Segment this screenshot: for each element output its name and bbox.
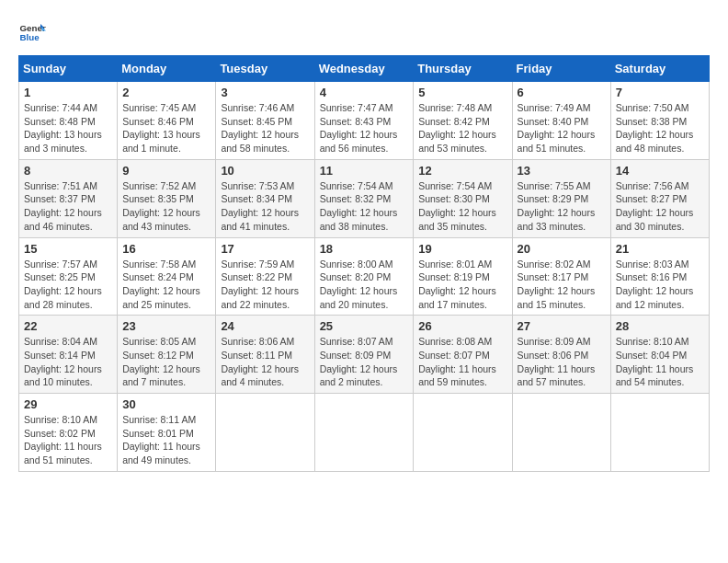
logo: General Blue — [18, 18, 46, 46]
calendar-cell: 25Sunrise: 8:07 AMSunset: 8:09 PMDayligh… — [314, 316, 414, 394]
calendar-week-row: 8Sunrise: 7:51 AMSunset: 8:37 PMDaylight… — [19, 159, 710, 237]
calendar-week-row: 22Sunrise: 8:04 AMSunset: 8:14 PMDayligh… — [19, 316, 710, 394]
day-number: 29 — [24, 397, 112, 411]
calendar-cell: 30Sunrise: 8:11 AMSunset: 8:01 PMDayligh… — [118, 394, 216, 472]
day-number: 8 — [24, 164, 112, 178]
day-number: 19 — [418, 242, 506, 256]
calendar-cell: 7Sunrise: 7:50 AMSunset: 8:38 PMDaylight… — [610, 82, 709, 160]
calendar-cell — [216, 394, 314, 472]
calendar-cell: 8Sunrise: 7:51 AMSunset: 8:37 PMDaylight… — [19, 159, 118, 237]
calendar-cell: 21Sunrise: 8:03 AMSunset: 8:16 PMDayligh… — [610, 237, 709, 316]
day-number: 12 — [418, 164, 506, 178]
calendar-cell: 29Sunrise: 8:10 AMSunset: 8:02 PMDayligh… — [19, 394, 118, 472]
day-info: Sunrise: 7:58 AMSunset: 8:24 PMDaylight:… — [122, 258, 210, 312]
day-info: Sunrise: 7:45 AMSunset: 8:46 PMDaylight:… — [122, 101, 210, 155]
header-thursday: Thursday — [414, 56, 512, 82]
day-info: Sunrise: 7:50 AMSunset: 8:38 PMDaylight:… — [616, 101, 704, 155]
day-number: 5 — [418, 86, 506, 99]
calendar-cell: 24Sunrise: 8:06 AMSunset: 8:11 PMDayligh… — [216, 316, 314, 394]
calendar-cell: 26Sunrise: 8:08 AMSunset: 8:07 PMDayligh… — [414, 316, 512, 394]
calendar-cell: 28Sunrise: 8:10 AMSunset: 8:04 PMDayligh… — [610, 316, 709, 394]
day-number: 10 — [221, 164, 309, 178]
day-info: Sunrise: 7:54 AMSunset: 8:32 PMDaylight:… — [320, 179, 409, 234]
day-info: Sunrise: 7:46 AMSunset: 8:45 PMDaylight:… — [221, 101, 309, 155]
header-tuesday: Tuesday — [216, 56, 314, 82]
day-info: Sunrise: 7:49 AMSunset: 8:40 PMDaylight:… — [518, 101, 606, 155]
day-info: Sunrise: 8:11 AMSunset: 8:01 PMDaylight:… — [122, 413, 210, 467]
calendar-cell: 12Sunrise: 7:54 AMSunset: 8:30 PMDayligh… — [414, 159, 512, 237]
calendar-cell: 6Sunrise: 7:49 AMSunset: 8:40 PMDaylight… — [512, 82, 610, 160]
svg-text:Blue: Blue — [20, 32, 40, 42]
day-number: 11 — [320, 164, 409, 178]
day-number: 13 — [518, 164, 606, 178]
calendar-header-row: SundayMondayTuesdayWednesdayThursdayFrid… — [19, 56, 710, 82]
header-monday: Monday — [118, 56, 216, 82]
calendar-cell: 11Sunrise: 7:54 AMSunset: 8:32 PMDayligh… — [314, 159, 414, 237]
day-number: 20 — [518, 242, 606, 256]
day-number: 14 — [616, 164, 704, 178]
day-number: 26 — [418, 319, 506, 333]
day-number: 2 — [122, 86, 210, 99]
calendar-cell: 2Sunrise: 7:45 AMSunset: 8:46 PMDaylight… — [118, 82, 216, 160]
calendar-cell: 20Sunrise: 8:02 AMSunset: 8:17 PMDayligh… — [512, 237, 610, 316]
calendar-cell: 10Sunrise: 7:53 AMSunset: 8:34 PMDayligh… — [216, 159, 314, 237]
calendar-cell: 19Sunrise: 8:01 AMSunset: 8:19 PMDayligh… — [414, 237, 512, 316]
day-info: Sunrise: 8:03 AMSunset: 8:16 PMDaylight:… — [616, 258, 704, 312]
calendar-cell: 27Sunrise: 8:09 AMSunset: 8:06 PMDayligh… — [512, 316, 610, 394]
page-header: General Blue — [18, 18, 710, 46]
calendar-cell: 17Sunrise: 7:59 AMSunset: 8:22 PMDayligh… — [216, 237, 314, 316]
calendar-table: SundayMondayTuesdayWednesdayThursdayFrid… — [18, 55, 710, 472]
header-wednesday: Wednesday — [314, 56, 414, 82]
day-number: 28 — [616, 319, 704, 333]
day-number: 18 — [320, 242, 409, 256]
day-info: Sunrise: 8:06 AMSunset: 8:11 PMDaylight:… — [221, 335, 309, 389]
day-info: Sunrise: 7:59 AMSunset: 8:22 PMDaylight:… — [221, 258, 309, 312]
calendar-week-row: 29Sunrise: 8:10 AMSunset: 8:02 PMDayligh… — [19, 394, 710, 472]
day-info: Sunrise: 8:02 AMSunset: 8:17 PMDaylight:… — [518, 258, 606, 312]
day-info: Sunrise: 8:10 AMSunset: 8:04 PMDaylight:… — [616, 335, 704, 389]
day-number: 9 — [122, 164, 210, 178]
calendar-cell: 5Sunrise: 7:48 AMSunset: 8:42 PMDaylight… — [414, 82, 512, 160]
calendar-cell: 9Sunrise: 7:52 AMSunset: 8:35 PMDaylight… — [118, 159, 216, 237]
calendar-week-row: 1Sunrise: 7:44 AMSunset: 8:48 PMDaylight… — [19, 82, 710, 160]
day-info: Sunrise: 7:51 AMSunset: 8:37 PMDaylight:… — [24, 179, 112, 234]
day-info: Sunrise: 7:47 AMSunset: 8:43 PMDaylight:… — [320, 101, 409, 155]
day-number: 21 — [616, 242, 704, 256]
day-info: Sunrise: 7:48 AMSunset: 8:42 PMDaylight:… — [418, 101, 506, 155]
day-info: Sunrise: 8:09 AMSunset: 8:06 PMDaylight:… — [518, 335, 606, 389]
day-info: Sunrise: 7:57 AMSunset: 8:25 PMDaylight:… — [24, 258, 112, 312]
calendar-cell — [610, 394, 709, 472]
day-number: 23 — [122, 319, 210, 333]
calendar-cell: 22Sunrise: 8:04 AMSunset: 8:14 PMDayligh… — [19, 316, 118, 394]
day-number: 16 — [122, 242, 210, 256]
day-info: Sunrise: 7:54 AMSunset: 8:30 PMDaylight:… — [418, 179, 506, 234]
calendar-cell — [512, 394, 610, 472]
calendar-cell: 3Sunrise: 7:46 AMSunset: 8:45 PMDaylight… — [216, 82, 314, 160]
calendar-cell: 4Sunrise: 7:47 AMSunset: 8:43 PMDaylight… — [314, 82, 414, 160]
day-number: 25 — [320, 319, 409, 333]
day-number: 27 — [518, 319, 606, 333]
logo-icon: General Blue — [18, 18, 46, 46]
day-number: 3 — [221, 86, 309, 99]
day-number: 6 — [518, 86, 606, 99]
day-number: 30 — [122, 397, 210, 411]
day-info: Sunrise: 7:56 AMSunset: 8:27 PMDaylight:… — [616, 179, 704, 234]
day-info: Sunrise: 8:05 AMSunset: 8:12 PMDaylight:… — [122, 335, 210, 389]
day-info: Sunrise: 8:01 AMSunset: 8:19 PMDaylight:… — [418, 258, 506, 312]
day-info: Sunrise: 7:55 AMSunset: 8:29 PMDaylight:… — [518, 179, 606, 234]
day-info: Sunrise: 7:44 AMSunset: 8:48 PMDaylight:… — [24, 101, 112, 155]
day-info: Sunrise: 8:00 AMSunset: 8:20 PMDaylight:… — [320, 258, 409, 312]
day-info: Sunrise: 7:53 AMSunset: 8:34 PMDaylight:… — [221, 179, 309, 234]
header-saturday: Saturday — [610, 56, 709, 82]
calendar-cell: 1Sunrise: 7:44 AMSunset: 8:48 PMDaylight… — [19, 82, 118, 160]
calendar-cell: 15Sunrise: 7:57 AMSunset: 8:25 PMDayligh… — [19, 237, 118, 316]
header-friday: Friday — [512, 56, 610, 82]
calendar-cell: 14Sunrise: 7:56 AMSunset: 8:27 PMDayligh… — [610, 159, 709, 237]
day-number: 24 — [221, 319, 309, 333]
header-sunday: Sunday — [19, 56, 118, 82]
day-info: Sunrise: 7:52 AMSunset: 8:35 PMDaylight:… — [122, 179, 210, 234]
day-number: 15 — [24, 242, 112, 256]
day-number: 1 — [24, 86, 112, 99]
day-number: 22 — [24, 319, 112, 333]
day-info: Sunrise: 8:04 AMSunset: 8:14 PMDaylight:… — [24, 335, 112, 389]
